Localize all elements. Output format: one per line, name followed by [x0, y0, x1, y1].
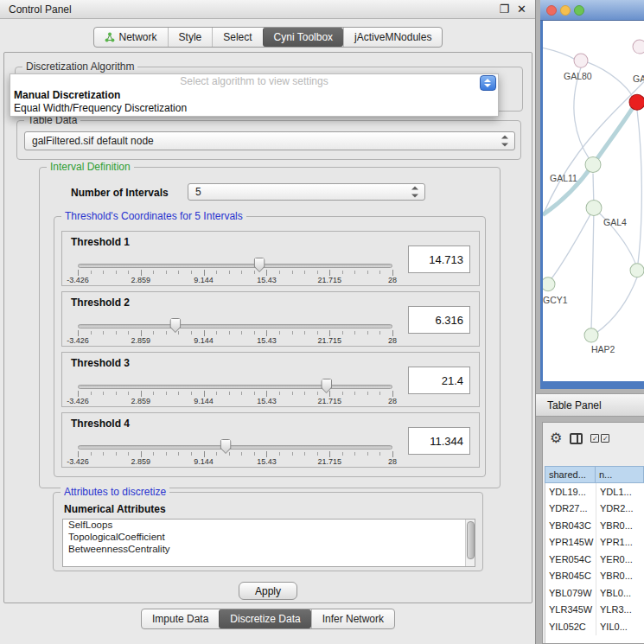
apply-button[interactable]: Apply: [239, 582, 297, 600]
tick-mark: [103, 331, 104, 335]
gear-icon[interactable]: ⚙: [550, 431, 562, 445]
algorithm-combo-arrow-button[interactable]: [480, 75, 496, 91]
tick-mark: [178, 271, 179, 274]
tab-select[interactable]: Select: [212, 28, 262, 47]
tab-cyni-toolbox[interactable]: Cyni Toolbox: [263, 28, 343, 47]
tick-mark: [392, 330, 393, 336]
selected-node[interactable]: [629, 94, 644, 110]
zoom-traffic-light[interactable]: [574, 5, 584, 16]
tick-mark: [141, 330, 142, 336]
node[interactable]: [585, 156, 601, 172]
table-row[interactable]: YPR145WYPR1...: [545, 534, 644, 552]
tab-jactivemnodules[interactable]: jActiveMNodules: [343, 28, 442, 47]
close-window-button[interactable]: ✕: [517, 3, 526, 15]
tick-mark: [329, 270, 330, 276]
threshold-3-value-field[interactable]: 21.4: [408, 367, 470, 394]
node[interactable]: [630, 264, 644, 277]
table-row[interactable]: YIL052CYIL0...: [545, 618, 644, 635]
node[interactable]: [543, 277, 555, 291]
list-item[interactable]: BetweennessCentrality: [63, 544, 475, 556]
threshold-1-slider[interactable]: -3.4262.8599.14415.4321.71528: [78, 258, 392, 285]
scale-label: 2.859: [131, 397, 151, 405]
table-row[interactable]: YBR043CYBR0...: [545, 517, 644, 534]
table-row[interactable]: YBR045CYBR0...: [545, 568, 644, 585]
slider-track[interactable]: [78, 264, 392, 268]
table-data-combo[interactable]: galFiltered.sif default node: [24, 131, 515, 150]
slider-track[interactable]: [78, 445, 392, 450]
tick-mark: [128, 392, 129, 395]
checkbox-icon[interactable]: ✓: [590, 434, 599, 443]
network-edges: [543, 47, 644, 333]
table-row[interactable]: YBL079WYBL0...: [545, 584, 644, 602]
tick-mark: [204, 451, 205, 457]
minimize-traffic-light[interactable]: [560, 5, 571, 16]
close-traffic-light[interactable]: [546, 5, 557, 16]
list-scrollbar[interactable]: [465, 520, 475, 566]
tick-mark: [254, 392, 255, 395]
threshold-4-slider[interactable]: -3.4262.8599.14415.4321.71528: [78, 439, 392, 467]
tab-impute-data[interactable]: Impute Data: [142, 609, 219, 628]
cell-name: YDL1...: [596, 483, 644, 501]
tick-mark: [392, 451, 393, 457]
tab-label: Infer Network: [322, 613, 384, 625]
tick-mark: [254, 452, 255, 456]
node[interactable]: [574, 54, 588, 67]
tab-infer-network[interactable]: Infer Network: [311, 609, 394, 628]
list-item[interactable]: SelfLoops: [63, 520, 475, 532]
cell-name: YPR1...: [596, 534, 644, 552]
table-row[interactable]: YDR27...YDR2...: [545, 501, 644, 518]
node[interactable]: [633, 40, 644, 54]
scale-label: 28: [388, 276, 397, 284]
slider-track[interactable]: [78, 324, 392, 328]
threshold-4-value-field[interactable]: 11.344: [408, 427, 470, 455]
tick-mark: [279, 392, 280, 395]
checkbox-icon[interactable]: ✓: [601, 434, 609, 443]
cell-shared: YIL052C: [545, 622, 596, 632]
algorithm-combo-placeholder[interactable]: Select algorithm to view settings: [10, 74, 498, 89]
node-label: GAL11: [550, 173, 577, 183]
node[interactable]: [586, 200, 602, 215]
threshold-1-value-field[interactable]: 14.713: [408, 245, 470, 273]
window-title: Control Panel: [9, 3, 491, 16]
scale-label: 15.43: [257, 397, 277, 405]
cell-shared: YLR345W: [545, 604, 596, 615]
top-tab-bar: Network Style Select Cyni Toolbox jActiv…: [0, 27, 536, 48]
node[interactable]: [584, 328, 598, 342]
threshold-3-slider[interactable]: -3.4262.8599.14415.4321.71528: [78, 379, 392, 406]
algorithm-option-equal-width[interactable]: Equal Width/Frequency Discretization: [10, 102, 498, 115]
group-title: Attributes to discretize: [61, 486, 169, 498]
threshold-2-value-field[interactable]: 6.316: [408, 306, 470, 334]
tick-mark: [379, 271, 380, 274]
algorithm-option-manual[interactable]: Manual Discretization: [10, 89, 498, 102]
tab-network[interactable]: Network: [94, 28, 168, 47]
tick-mark: [367, 271, 368, 274]
slider-track[interactable]: [78, 385, 392, 389]
threshold-2-label: Threshold 2: [71, 296, 130, 309]
column-header-shared-name[interactable]: shared...: [545, 466, 595, 483]
threshold-3-panel: Threshold 3 -3.4262.8599.14415.4321.7152…: [61, 352, 480, 407]
column-browser-icon[interactable]: [570, 433, 583, 444]
scale-label: 2.859: [131, 336, 151, 345]
cell-name: YLR3...: [596, 602, 644, 619]
tab-style[interactable]: Style: [168, 28, 213, 47]
number-of-intervals-combo[interactable]: 5: [188, 183, 425, 201]
tab-label: Discretize Data: [230, 613, 300, 625]
network-canvas[interactable]: GAL80 GA GAL11 GAL4 GCY1 HAP2: [543, 21, 644, 381]
tab-label: Style: [179, 31, 202, 43]
column-header-name[interactable]: n...: [595, 466, 644, 483]
cell-shared: YDL19...: [545, 487, 596, 497]
table-row[interactable]: YER054CYER0...: [545, 551, 644, 568]
scale-label: 15.43: [257, 276, 277, 284]
float-window-button[interactable]: ❐: [499, 3, 509, 15]
tab-discretize-data[interactable]: Discretize Data: [219, 609, 310, 628]
tick-mark: [216, 392, 217, 395]
tick-mark: [229, 271, 230, 274]
select-columns-buttons: ✓ ✓: [590, 434, 609, 443]
list-item[interactable]: TopologicalCoefficient: [63, 532, 475, 544]
table-row[interactable]: YLR345WYLR3...: [545, 602, 644, 619]
table-row[interactable]: YDL19...YDL1...: [545, 483, 644, 501]
slider-scale: -3.4262.8599.14415.4321.71528: [78, 336, 392, 346]
threshold-2-slider[interactable]: -3.4262.8599.14415.4321.71528: [78, 318, 392, 346]
cell-name: YBR0...: [596, 568, 644, 585]
tick-mark: [141, 270, 142, 276]
